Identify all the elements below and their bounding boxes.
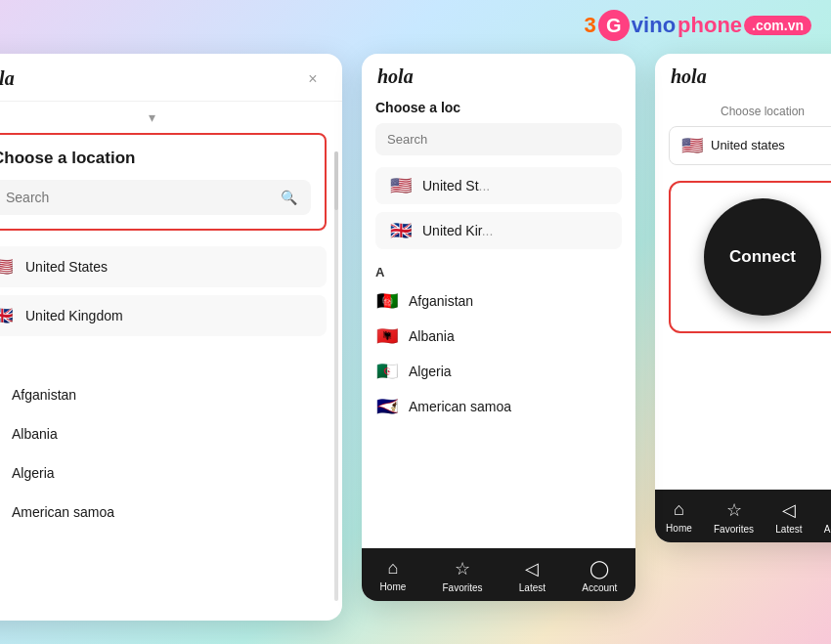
nav-home[interactable]: ⌂ Home: [666, 499, 692, 535]
mid-logo: hola: [377, 65, 414, 88]
chevron-bar: ▾: [0, 102, 342, 133]
search-box[interactable]: 🔍: [0, 180, 311, 215]
country-item-uk[interactable]: 🇬🇧 United Kingdom: [0, 295, 327, 336]
uk-name: United Kingdom: [25, 308, 123, 323]
nav-account[interactable]: ◯ Account: [824, 499, 831, 535]
mid-search-input[interactable]: [387, 132, 610, 147]
location-dropdown[interactable]: 🇺🇸 United states ▾: [669, 126, 831, 165]
pinned-countries-list: 🇺🇸 United States 🇬🇧 United Kingdom: [0, 246, 342, 336]
panels-container: hola × ▾ Choose a location 🔍 🇺🇸 United S…: [0, 54, 831, 621]
country-item-afganistan[interactable]: 🇦🇫 Afganistan: [0, 375, 342, 414]
as-name: American samoa: [12, 504, 114, 520]
country-item-us[interactable]: 🇺🇸 United States: [0, 246, 327, 287]
dropdown-country-name: United states: [711, 138, 830, 152]
mid-algeria[interactable]: 🇩🇿 Algeria: [362, 354, 635, 389]
dropdown-flag: 🇺🇸: [681, 135, 703, 156]
right-header: hola ×: [655, 54, 831, 101]
mid-uk-name: United Kir...: [422, 223, 493, 238]
dz-name: Algeria: [12, 465, 55, 481]
left-panel-header: hola ×: [0, 54, 342, 102]
mid-choose-title: Choose a loc: [362, 96, 635, 123]
chevron-down-icon: ▾: [149, 109, 155, 125]
mid-afganistan[interactable]: 🇦🇫 Afganistan: [362, 283, 635, 319]
nav-latest[interactable]: ◁ Latest: [775, 499, 802, 535]
wm-g-circle: G: [598, 10, 630, 41]
wm-vino: vino: [632, 13, 676, 38]
latest-label: Latest: [519, 582, 546, 593]
mid-header: hola: [362, 54, 635, 96]
mid-uk-flag: 🇬🇧: [389, 222, 413, 239]
home-label: Home: [380, 581, 407, 592]
mid-american-samoa[interactable]: 🇦🇸 American samoa: [362, 389, 635, 424]
country-item-algeria[interactable]: 🇩🇿 Algeria: [0, 453, 342, 493]
uk-flag: 🇬🇧: [0, 307, 14, 324]
choose-location-section: Choose a location 🔍: [0, 133, 327, 231]
country-item-albania[interactable]: 🇦🇱 Albania: [0, 414, 342, 453]
favorites-icon: ☆: [726, 499, 742, 521]
mid-us-flag: 🇺🇸: [389, 177, 413, 194]
right-logo: hola: [671, 65, 707, 88]
mid-albania[interactable]: 🇦🇱 Albania: [362, 319, 635, 354]
account-label: Account: [582, 582, 617, 593]
mid-dz-name: Algeria: [409, 364, 452, 379]
mid-us-name: United St...: [422, 178, 490, 193]
mid-as-flag: 🇦🇸: [375, 398, 399, 415]
left-panel: hola × ▾ Choose a location 🔍 🇺🇸 United S…: [0, 54, 342, 621]
us-name: United States: [25, 259, 108, 275]
wm-three: 3: [585, 13, 596, 38]
left-logo: hola: [0, 67, 15, 90]
watermark: 3 G vino phone .com.vn: [585, 10, 811, 41]
mid-nav-latest[interactable]: ◁ Latest: [519, 558, 546, 593]
scroll-thumb: [334, 151, 338, 210]
account-icon: ◯: [590, 558, 609, 580]
scroll-indicator[interactable]: [334, 151, 338, 601]
mid-af-flag: 🇦🇫: [375, 292, 399, 310]
wm-domain: .com.vn: [744, 16, 811, 35]
mid-nav-home[interactable]: ⌂ Home: [380, 558, 407, 593]
af-name: Afganistan: [12, 387, 76, 403]
favorites-label: Favorites: [442, 582, 482, 593]
connect-section: Connect: [669, 181, 831, 333]
mid-dz-flag: 🇩🇿: [375, 363, 399, 380]
middle-panel: hola Choose a loc 🇺🇸 United St... 🇬🇧 Uni…: [362, 54, 635, 601]
mid-section-a: A: [362, 257, 635, 283]
search-input[interactable]: [6, 190, 273, 205]
mid-as-name: American samoa: [409, 399, 511, 414]
right-panel: hola × Choose location 🇺🇸 United states …: [655, 54, 831, 542]
choose-location-label: Choose location: [655, 101, 831, 126]
nav-favorites[interactable]: ☆ Favorites: [714, 499, 754, 535]
search-icon: 🔍: [281, 190, 297, 205]
mid-search-box[interactable]: [375, 123, 622, 155]
latest-label: Latest: [775, 524, 802, 535]
us-flag: 🇺🇸: [0, 258, 14, 276]
left-close-button[interactable]: ×: [301, 67, 325, 91]
favorites-icon: ☆: [455, 558, 470, 580]
wm-phone: phone: [678, 13, 742, 38]
favorites-label: Favorites: [714, 524, 754, 535]
al-name: Albania: [12, 426, 58, 442]
mid-al-name: Albania: [409, 328, 455, 344]
account-label: Account: [824, 524, 831, 535]
home-icon: ⌂: [674, 499, 684, 520]
connect-button[interactable]: Connect: [704, 198, 821, 316]
latest-icon: ◁: [525, 558, 539, 580]
mid-country-us[interactable]: 🇺🇸 United St...: [375, 167, 622, 204]
home-label: Home: [666, 523, 692, 534]
bottom-nav: ⌂ Home ☆ Favorites ◁ Latest ◯ Account: [655, 490, 831, 542]
country-item-american-samoa[interactable]: 🇦🇸 American samoa: [0, 493, 342, 532]
mid-country-uk[interactable]: 🇬🇧 United Kir...: [375, 212, 622, 249]
mid-nav-account[interactable]: ◯ Account: [582, 558, 617, 593]
home-icon: ⌂: [388, 558, 399, 579]
latest-icon: ◁: [782, 499, 796, 521]
mid-af-name: Afganistan: [409, 293, 473, 309]
mid-al-flag: 🇦🇱: [375, 327, 399, 345]
section-a-label: A: [0, 344, 342, 375]
mid-bottom-nav: ⌂ Home ☆ Favorites ◁ Latest ◯ Account: [362, 548, 635, 601]
choose-location-title: Choose a location: [0, 149, 311, 168]
mid-nav-favorites[interactable]: ☆ Favorites: [442, 558, 482, 593]
